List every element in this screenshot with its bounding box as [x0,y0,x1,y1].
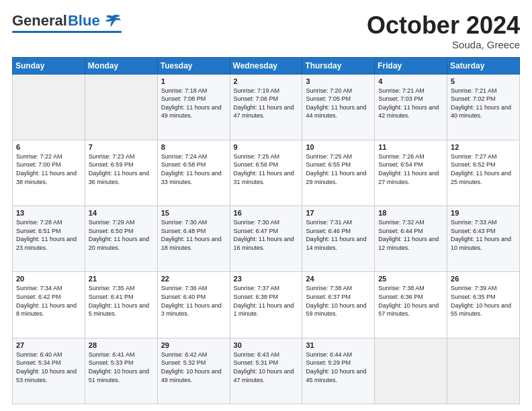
day-number: 6 [16,143,81,151]
cell-info: Sunrise: 7:30 AMSunset: 6:48 PMDaylight:… [161,218,226,252]
calendar-header-row: Sunday Monday Tuesday Wednesday Thursday… [13,57,520,74]
table-row: 19Sunrise: 7:33 AMSunset: 6:43 PMDayligh… [447,206,520,272]
table-row [13,74,85,140]
table-row: 14Sunrise: 7:29 AMSunset: 6:50 PMDayligh… [85,206,157,272]
table-row: 9Sunrise: 7:25 AMSunset: 6:56 PMDaylight… [230,140,302,205]
cell-info: Sunrise: 7:35 AMSunset: 6:41 PMDaylight:… [89,284,154,318]
table-row: 1Sunrise: 7:18 AMSunset: 7:08 PMDaylight… [157,74,230,140]
table-row [85,74,157,140]
logo-blue: Blue [68,12,100,30]
day-number: 27 [16,341,81,349]
day-number: 1 [161,77,226,85]
table-row: 11Sunrise: 7:26 AMSunset: 6:54 PMDayligh… [375,140,447,205]
col-friday: Friday [375,57,447,74]
table-row: 30Sunrise: 6:43 AMSunset: 5:31 PMDayligh… [230,338,302,404]
day-number: 29 [161,341,226,349]
title-block: October 2024 Souda, Greece [367,12,520,50]
day-number: 12 [451,143,516,151]
day-number: 30 [234,341,299,349]
table-row: 8Sunrise: 7:24 AMSunset: 6:58 PMDaylight… [157,140,230,205]
logo: General Blue [12,12,122,33]
calendar-week-row: 6Sunrise: 7:22 AMSunset: 7:00 PMDaylight… [13,140,520,205]
table-row: 3Sunrise: 7:20 AMSunset: 7:05 PMDaylight… [302,74,375,140]
calendar-table: Sunday Monday Tuesday Wednesday Thursday… [12,57,520,404]
cell-info: Sunrise: 7:33 AMSunset: 6:43 PMDaylight:… [451,218,516,252]
col-wednesday: Wednesday [230,57,302,74]
table-row: 29Sunrise: 6:42 AMSunset: 5:32 PMDayligh… [157,338,230,404]
table-row: 2Sunrise: 7:19 AMSunset: 7:06 PMDaylight… [230,74,302,140]
cell-info: Sunrise: 7:32 AMSunset: 6:44 PMDaylight:… [378,218,443,252]
month-title: October 2024 [367,12,520,39]
table-row [447,338,520,404]
cell-info: Sunrise: 7:21 AMSunset: 7:03 PMDaylight:… [378,87,443,120]
table-row: 15Sunrise: 7:30 AMSunset: 6:48 PMDayligh… [157,206,230,272]
day-number: 24 [306,275,371,283]
header: General Blue October 2024 Souda, Greece [12,12,520,50]
day-number: 23 [234,275,299,283]
table-row: 6Sunrise: 7:22 AMSunset: 7:00 PMDaylight… [13,140,85,205]
day-number: 3 [306,77,371,85]
table-row: 5Sunrise: 7:21 AMSunset: 7:02 PMDaylight… [447,74,520,140]
table-row: 21Sunrise: 7:35 AMSunset: 6:41 PMDayligh… [85,272,157,338]
cell-info: Sunrise: 7:26 AMSunset: 6:54 PMDaylight:… [378,152,443,186]
day-number: 20 [16,275,81,283]
day-number: 13 [16,209,81,217]
day-number: 2 [234,77,299,85]
table-row: 31Sunrise: 6:44 AMSunset: 5:29 PMDayligh… [302,338,375,404]
cell-info: Sunrise: 7:27 AMSunset: 6:52 PMDaylight:… [451,152,516,186]
cell-info: Sunrise: 7:39 AMSunset: 6:35 PMDaylight:… [451,284,516,318]
day-number: 26 [451,275,516,283]
table-row: 26Sunrise: 7:39 AMSunset: 6:35 PMDayligh… [447,272,520,338]
day-number: 21 [89,275,154,283]
table-row: 18Sunrise: 7:32 AMSunset: 6:44 PMDayligh… [375,206,447,272]
day-number: 16 [234,209,299,217]
cell-info: Sunrise: 7:22 AMSunset: 7:00 PMDaylight:… [16,152,81,186]
cell-info: Sunrise: 7:20 AMSunset: 7:05 PMDaylight:… [306,87,371,120]
table-row: 17Sunrise: 7:31 AMSunset: 6:46 PMDayligh… [302,206,375,272]
col-monday: Monday [85,57,157,74]
cell-info: Sunrise: 7:25 AMSunset: 6:55 PMDaylight:… [306,152,371,186]
day-number: 15 [161,209,226,217]
cell-info: Sunrise: 7:34 AMSunset: 6:42 PMDaylight:… [16,284,81,318]
table-row: 27Sunrise: 6:40 AMSunset: 5:34 PMDayligh… [13,338,85,404]
cell-info: Sunrise: 7:29 AMSunset: 6:50 PMDaylight:… [89,218,154,252]
logo-bird-icon [103,13,122,28]
table-row [375,338,447,404]
calendar-week-row: 27Sunrise: 6:40 AMSunset: 5:34 PMDayligh… [13,338,520,404]
logo-underline [12,31,122,33]
day-number: 9 [234,143,299,151]
cell-info: Sunrise: 7:25 AMSunset: 6:56 PMDaylight:… [234,152,299,186]
table-row: 28Sunrise: 6:41 AMSunset: 5:33 PMDayligh… [85,338,157,404]
day-number: 11 [378,143,443,151]
calendar-week-row: 13Sunrise: 7:28 AMSunset: 6:51 PMDayligh… [13,206,520,272]
calendar-week-row: 1Sunrise: 7:18 AMSunset: 7:08 PMDaylight… [13,74,520,140]
cell-info: Sunrise: 7:31 AMSunset: 6:46 PMDaylight:… [306,218,371,252]
day-number: 14 [89,209,154,217]
cell-info: Sunrise: 7:23 AMSunset: 6:59 PMDaylight:… [89,152,154,186]
day-number: 17 [306,209,371,217]
day-number: 31 [306,341,371,349]
cell-info: Sunrise: 7:18 AMSunset: 7:08 PMDaylight:… [161,87,226,120]
cell-info: Sunrise: 7:38 AMSunset: 6:36 PMDaylight:… [378,284,443,318]
cell-info: Sunrise: 6:44 AMSunset: 5:29 PMDaylight:… [306,351,371,384]
table-row: 25Sunrise: 7:38 AMSunset: 6:36 PMDayligh… [375,272,447,338]
day-number: 10 [306,143,371,151]
day-number: 19 [451,209,516,217]
cell-info: Sunrise: 7:21 AMSunset: 7:02 PMDaylight:… [451,87,516,120]
table-row: 20Sunrise: 7:34 AMSunset: 6:42 PMDayligh… [13,272,85,338]
day-number: 25 [378,275,443,283]
cell-info: Sunrise: 6:42 AMSunset: 5:32 PMDaylight:… [161,351,226,384]
day-number: 7 [89,143,154,151]
table-row: 23Sunrise: 7:37 AMSunset: 6:38 PMDayligh… [230,272,302,338]
col-tuesday: Tuesday [157,57,230,74]
day-number: 22 [161,275,226,283]
table-row: 7Sunrise: 7:23 AMSunset: 6:59 PMDaylight… [85,140,157,205]
col-saturday: Saturday [447,57,520,74]
table-row: 16Sunrise: 7:30 AMSunset: 6:47 PMDayligh… [230,206,302,272]
day-number: 8 [161,143,226,151]
cell-info: Sunrise: 7:37 AMSunset: 6:38 PMDaylight:… [234,284,299,318]
table-row: 24Sunrise: 7:38 AMSunset: 6:37 PMDayligh… [302,272,375,338]
cell-info: Sunrise: 7:24 AMSunset: 6:58 PMDaylight:… [161,152,226,186]
table-row: 13Sunrise: 7:28 AMSunset: 6:51 PMDayligh… [13,206,85,272]
cell-info: Sunrise: 7:38 AMSunset: 6:37 PMDaylight:… [306,284,371,318]
